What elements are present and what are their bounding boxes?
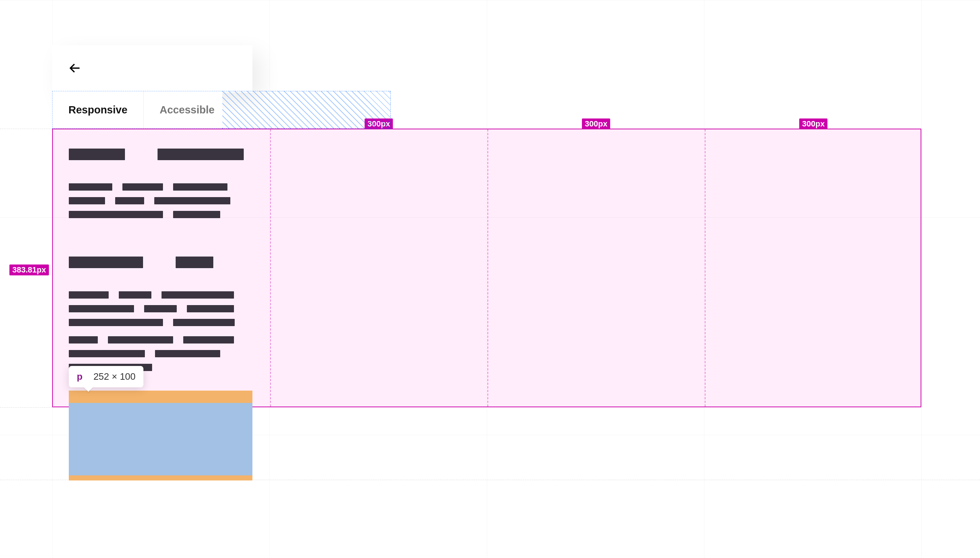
grid-col-label-3: 300px — [582, 118, 610, 130]
tab-label: Responsive — [69, 104, 128, 116]
element-tooltip: p 252 × 100 — [69, 366, 143, 387]
tab-label: Accessible — [160, 104, 215, 116]
boxmodel-overlay — [69, 391, 252, 481]
boxmodel-content — [69, 403, 252, 475]
grid-col-label-4: 300px — [799, 118, 828, 130]
grid-sep-2 — [488, 130, 488, 407]
skeleton-heading — [69, 256, 252, 268]
boxmodel-margin-top — [69, 391, 252, 403]
mobile-artboard[interactable] — [52, 45, 252, 92]
skeleton-paragraph — [69, 291, 252, 326]
boxmodel-margin-bottom — [69, 475, 252, 481]
tabs-row: Responsive Accessible Horizontal — [52, 91, 447, 129]
tab-accessible[interactable]: Accessible — [144, 91, 223, 128]
grid-sep-3 — [705, 130, 705, 407]
guide-top — [0, 129, 52, 129]
container-height-label: 383.81px — [10, 264, 49, 276]
skeleton-paragraph — [69, 183, 252, 218]
guide-bottom — [0, 407, 52, 408]
grid-sep-1 — [270, 130, 271, 407]
skeleton-heading — [69, 149, 252, 160]
canvas[interactable]: Responsive Accessible Horizontal 300px 3… — [0, 0, 980, 558]
tab-responsive[interactable]: Responsive — [52, 91, 144, 128]
tab-overflow-region — [223, 91, 391, 129]
back-arrow-icon[interactable] — [68, 61, 82, 76]
tooltip-dimensions: 252 × 100 — [93, 371, 136, 382]
artboard-header — [52, 45, 252, 92]
tabbar: Responsive Accessible Horizontal — [52, 91, 223, 129]
content-column — [69, 149, 252, 371]
tooltip-tagname: p — [77, 371, 83, 382]
